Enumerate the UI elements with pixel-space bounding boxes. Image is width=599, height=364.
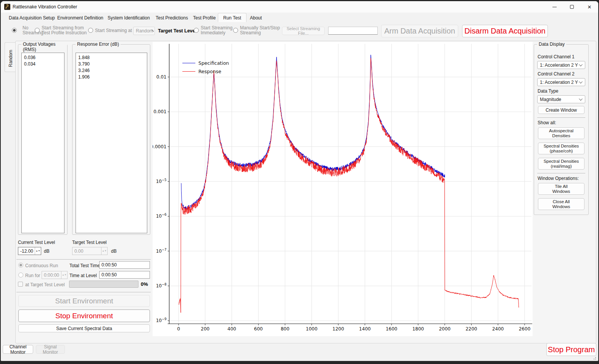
divider: [537, 117, 585, 118]
show-all-label: Show all:: [538, 120, 556, 125]
maximize-button[interactable]: [563, 1, 581, 13]
spectral-densities-real-imag-button[interactable]: Spectral Densities (real/imag): [538, 158, 585, 170]
radio-start-streaming-profile[interactable]: [35, 28, 40, 33]
radio-manually-start-stop-label: Manually Start/Stop Streaming: [240, 26, 289, 35]
tab-test-profile[interactable]: Test Profile: [188, 14, 221, 22]
spinner-arrows-icon[interactable]: ▲▼: [35, 247, 41, 255]
stop-program-button[interactable]: Stop Program: [546, 343, 596, 356]
radio-run-for[interactable]: [18, 273, 23, 277]
at-target-test-level-label: at Target Test Level: [25, 282, 65, 287]
progress-percent: 0%: [141, 281, 148, 287]
radio-start-streaming-at-label: Start Streaming at: [95, 28, 133, 33]
data-type-value: Magnitude: [540, 97, 561, 102]
list-item: 3.246: [78, 67, 147, 74]
stop-environment-button[interactable]: Stop Environment: [18, 309, 150, 322]
chevron-down-icon: [579, 80, 583, 83]
response-error-title: Response Error (dB): [76, 42, 121, 47]
channel-monitor-tab[interactable]: Channel Monitor: [3, 345, 33, 354]
tab-run-test[interactable]: Run Test: [218, 13, 246, 22]
signal-monitor-tab[interactable]: Signal Monitor: [36, 345, 65, 354]
arm-data-acquisition-button[interactable]: Arm Data Acquisition: [381, 25, 458, 37]
spectrum-chart-figure: 0200400600800100012001400160018002000220…: [153, 42, 533, 336]
radio-start-streaming-immediately[interactable]: [194, 28, 199, 33]
environment-tab-random[interactable]: Random: [5, 42, 16, 72]
spinner-arrows-icon: ▲▼: [101, 247, 107, 255]
stream-at-level-select[interactable]: Random: [133, 27, 155, 35]
close-icon: ✕: [588, 5, 592, 10]
save-current-spectral-data-button[interactable]: Save Current Spectral Data: [18, 324, 150, 332]
time-at-level-field[interactable]: 0:00:50: [99, 271, 150, 279]
radio-start-streaming-immediately-label: Start Streaming Immediately: [201, 26, 236, 35]
data-type-label: Data Type: [538, 88, 558, 94]
svg-text:2400: 2400: [492, 326, 504, 332]
tab-environment-definition[interactable]: Environment Definition: [52, 14, 108, 22]
svg-text:0.0001: 0.0001: [153, 144, 167, 149]
window-operations-label: Window Operations:: [538, 176, 579, 181]
list-item: 0.034: [24, 61, 64, 67]
at-target-test-level-checkbox[interactable]: [18, 282, 23, 287]
divider: [16, 259, 151, 260]
legend-label: Response: [198, 69, 221, 74]
legend-line-red-icon: [182, 71, 195, 72]
current-level-db-unit: dB: [44, 249, 50, 254]
svg-text:10−7: 10−7: [156, 248, 167, 254]
control-channel-2-value: 1: Acceleration 2 Y-: [540, 80, 578, 85]
response-error-list[interactable]: 1.848 3.790 3.246 1.906: [76, 53, 147, 233]
legend-item-response: Response: [182, 67, 229, 75]
streaming-file-input[interactable]: [328, 27, 378, 35]
control-channel-1-select[interactable]: 1: Acceleration 2 Y-: [537, 61, 585, 69]
radio-manually-start-stop[interactable]: [233, 28, 238, 33]
tick-label-layer: 0200400600800100012001400160018002000220…: [153, 74, 530, 332]
legend-label: Specification: [198, 60, 229, 66]
target-test-level-spinbox[interactable]: 0.00 ▲▼: [72, 247, 108, 255]
tab-test-predictions[interactable]: Test Predictions: [151, 14, 193, 22]
minimize-button[interactable]: [546, 1, 563, 13]
output-voltages-list[interactable]: 0.036 0.034: [21, 53, 64, 233]
control-channel-1-label: Control Channel 1: [538, 54, 575, 59]
total-test-time-label: Total Test Time: [69, 263, 100, 268]
spectrum-chart[interactable]: 0200400600800100012001400160018002000220…: [153, 42, 533, 336]
app-window: Rattlesnake Vibration Controller ✕ Data …: [1, 1, 598, 361]
tile-all-windows-button[interactable]: Tile All Windows: [538, 183, 585, 195]
tab-about[interactable]: About: [245, 14, 267, 22]
disarm-data-acquisition-button[interactable]: Disarm Data Acquisition: [462, 25, 548, 37]
target-test-level-label: Target Test Level: [158, 28, 196, 34]
current-test-level-value: -12.00: [18, 249, 35, 254]
time-at-level-label: Time at Level: [69, 273, 97, 278]
tab-data-acquisition-setup[interactable]: Data Acquisition Setup: [4, 14, 60, 22]
radio-start-streaming-at[interactable]: [88, 28, 93, 33]
main-tab-bar: Data Acquisition Setup Environment Defin…: [1, 13, 598, 22]
response-error-groupbox: Response Error (dB) 1.848 3.790 3.246 1.…: [72, 44, 150, 235]
spectral-densities-phase-coh-button[interactable]: Spectral Densities (phase/coh): [538, 143, 585, 154]
window-title: Rattlesnake Vibration Controller: [13, 4, 77, 10]
target-test-level-value: 0.00: [72, 249, 101, 254]
chart-legend: Specification Response: [182, 59, 229, 75]
radio-no-streaming[interactable]: [12, 28, 17, 33]
close-button[interactable]: ✕: [581, 1, 598, 13]
control-channel-2-select[interactable]: 1: Acceleration 2 Y-: [537, 78, 585, 86]
minimize-icon: [552, 7, 557, 7]
autospectral-densities-button[interactable]: Autospectral Densities: [538, 127, 585, 139]
start-environment-button[interactable]: Start Environment: [18, 295, 150, 307]
close-all-windows-button[interactable]: Close All Windows: [538, 198, 585, 210]
svg-text:10−8: 10−8: [156, 282, 167, 289]
create-window-button[interactable]: Create Window: [538, 106, 585, 114]
resize-grip[interactable]: [593, 356, 597, 359]
svg-text:600: 600: [254, 326, 263, 332]
total-test-time-field[interactable]: 0:00:50: [99, 261, 150, 269]
series-layer: [179, 55, 519, 313]
current-test-level-spinbox[interactable]: -12.00 ▲▼: [18, 247, 41, 255]
svg-text:1200: 1200: [332, 326, 344, 332]
divider: [16, 292, 151, 292]
legend-line-blue-icon: [182, 63, 195, 63]
svg-text:1600: 1600: [386, 326, 398, 332]
target-test-level-field-label: Target Test Level: [72, 240, 107, 245]
output-voltages-title: Output Voltages (RMS): [21, 42, 67, 52]
radio-continuous-run[interactable]: [18, 263, 23, 268]
data-type-select[interactable]: Magnitude: [537, 95, 585, 103]
run-test-panel: Output Voltages (RMS) 0.036 0.034 Respon…: [15, 41, 596, 343]
select-streaming-file-button[interactable]: Select Streaming File...: [282, 27, 325, 35]
tab-system-identification[interactable]: System Identification: [103, 14, 155, 22]
list-item: 1.848: [78, 55, 147, 61]
run-for-spinbox[interactable]: 0:00:00 ▲▼: [42, 271, 68, 279]
